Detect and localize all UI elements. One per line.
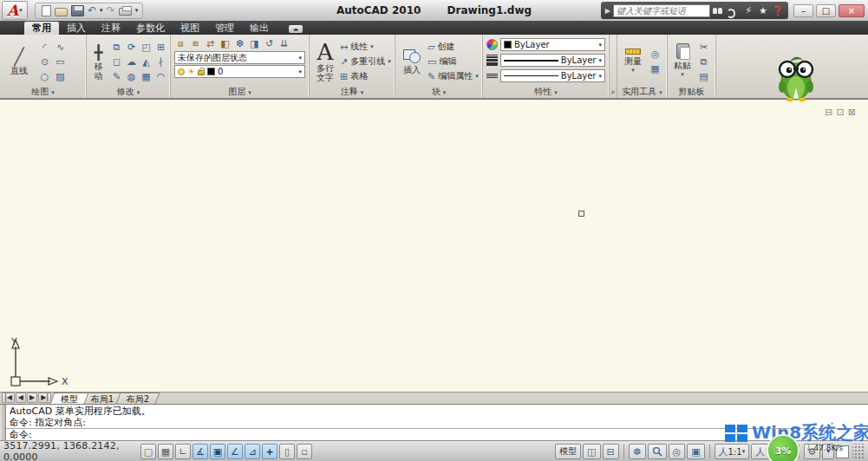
panel-label-block[interactable]: 块 ▾ — [395, 87, 482, 98]
trim-button[interactable]: ∤ — [153, 55, 168, 68]
layer-dropdown[interactable]: ☀ 0 ▾ — [174, 65, 305, 78]
help-icon[interactable]: ❓ — [772, 5, 784, 16]
tab-parametric[interactable]: 参数化 — [128, 22, 173, 35]
lineweight-dropdown[interactable]: ByLayer ▾ — [500, 54, 605, 67]
lineweight-toggle[interactable]: ▯ — [279, 444, 295, 459]
panel-label-properties[interactable]: 特性 ▾ — [483, 87, 609, 98]
layer-isolate-button[interactable]: ◧ — [219, 36, 232, 50]
redo-button[interactable]: ↷ — [107, 5, 115, 16]
favorites-star-icon[interactable]: ★ — [757, 5, 769, 16]
layer-freeze-button[interactable]: ❆ — [233, 36, 246, 50]
scale-button[interactable]: ◻ — [109, 55, 124, 68]
otrack-toggle[interactable]: ∠ — [227, 444, 243, 459]
layer-properties-button[interactable]: ⧈ — [174, 36, 187, 50]
osnap-toggle[interactable]: ▣ — [210, 444, 225, 459]
next-layout-icon[interactable]: ▶ — [27, 393, 37, 403]
quick-select-button[interactable]: ◎ — [648, 48, 662, 62]
move-button[interactable]: ╋ 移动 — [89, 36, 108, 87]
linear-dimension-button[interactable]: ↔ 线性 ▾ — [340, 40, 391, 55]
color-wheel-icon[interactable] — [486, 39, 498, 50]
layer-state-dropdown[interactable]: 未保存的图层状态 ▾ — [174, 51, 305, 64]
pan-button[interactable]: ☸ — [629, 444, 646, 459]
arc-button[interactable]: ◜ — [37, 40, 52, 54]
quick-calc-button[interactable]: ▦ — [648, 62, 662, 76]
quick-view-layouts-button[interactable]: ◫ — [583, 444, 600, 459]
layer-lock-button[interactable]: ⇊ — [277, 36, 290, 50]
tab-view[interactable]: 视图 — [173, 22, 207, 35]
search-input[interactable] — [613, 4, 710, 17]
maximize-button[interactable]: □ — [816, 4, 836, 17]
plot-button[interactable] — [119, 8, 132, 16]
tab-annotate[interactable]: 注释 — [94, 22, 128, 35]
annotation-scale-button[interactable]: 人 1:1 ▾ — [715, 444, 750, 459]
line-button[interactable]: ╱ 直线 — [3, 36, 36, 87]
paste-special-button[interactable]: ▤ — [696, 69, 711, 83]
tab-layout2[interactable]: 布局2 — [116, 393, 160, 404]
cut-button[interactable]: ✂ — [696, 40, 711, 54]
drawing-restore-icon[interactable]: ⊡ — [837, 107, 845, 118]
first-layout-icon[interactable]: |◀ — [2, 393, 15, 403]
dynamic-input-toggle[interactable]: + — [262, 444, 277, 459]
fillet-button[interactable]: ◠ — [153, 69, 168, 83]
panel-label-annotation[interactable]: 注释 ▾ — [310, 87, 395, 98]
prev-layout-icon[interactable]: ◀ — [16, 393, 26, 403]
panel-overflow-icon[interactable]: » — [610, 35, 617, 98]
close-button[interactable]: × — [839, 4, 865, 17]
search-icon[interactable] — [713, 8, 725, 14]
erase-button[interactable]: ✎ — [109, 69, 124, 83]
tab-manage[interactable]: 管理 — [207, 22, 242, 35]
zoom-button[interactable] — [648, 444, 667, 459]
layer-off-button[interactable]: ◨ — [248, 36, 261, 50]
linetype-icon[interactable] — [486, 74, 498, 78]
minimize-ribbon-button[interactable]: ▬ — [289, 25, 303, 33]
open-button[interactable] — [55, 8, 68, 16]
new-drawing-button[interactable] — [42, 5, 51, 16]
lineweight-icon[interactable] — [486, 55, 498, 66]
paste-button[interactable]: 粘贴 ▾ — [670, 36, 695, 87]
ducs-toggle[interactable]: ⊿ — [245, 444, 260, 459]
tab-insert[interactable]: 插入 — [59, 22, 94, 35]
last-layout-icon[interactable]: ▶| — [38, 393, 51, 403]
stretch-button[interactable]: ◰ — [139, 40, 153, 54]
measure-button[interactable]: 测量 ▾ — [620, 36, 646, 87]
linetype-dropdown[interactable]: ByLayer ▾ — [500, 69, 605, 82]
tab-model[interactable]: 模型 — [50, 393, 89, 404]
revcloud-button[interactable]: ☁ — [124, 55, 139, 68]
multileader-button[interactable]: ↗ 多重引线 ▾ — [340, 55, 391, 69]
polar-toggle[interactable]: ∡ — [193, 444, 208, 459]
minimize-button[interactable]: – — [793, 4, 813, 17]
divide-button[interactable]: ▦ — [139, 69, 153, 83]
array-button[interactable]: ⊞ — [153, 40, 168, 54]
infocenter-collapse-icon[interactable]: ▶ — [605, 7, 610, 15]
object-color-dropdown[interactable]: ByLayer ▾ — [500, 38, 605, 51]
create-block-button[interactable]: ▱ 创建 — [427, 40, 479, 55]
panel-label-utilities[interactable]: 实用工具 ▾ — [617, 87, 667, 98]
ortho-toggle[interactable]: ∟ — [175, 444, 191, 459]
insert-block-button[interactable]: 插入 — [398, 36, 426, 87]
explode-button[interactable]: ◍ — [124, 69, 139, 83]
save-button[interactable] — [71, 5, 84, 16]
copy-clip-button[interactable]: ⧉ — [696, 55, 711, 68]
drawing-minimize-icon[interactable]: ⊟ — [825, 107, 832, 118]
rotate-button[interactable]: ⟳ — [124, 40, 139, 54]
copy-button[interactable]: ⧉ — [109, 40, 124, 54]
panel-label-draw[interactable]: 绘图 ▾ — [0, 87, 86, 98]
polyline-button[interactable]: ∿ — [53, 40, 68, 54]
showmotion-button[interactable]: ▣ — [687, 444, 704, 459]
mtext-button[interactable]: A 多行 文字 — [312, 36, 338, 87]
tab-home[interactable]: 常用 — [24, 22, 59, 35]
ellipse-button[interactable]: ○ — [37, 69, 52, 83]
mirror-button[interactable]: ◭ — [139, 55, 153, 68]
circle-button[interactable]: ⊙ — [37, 55, 52, 68]
panel-label-modify[interactable]: 修改 ▾ — [87, 87, 170, 98]
model-space-button[interactable]: 模型 — [555, 444, 581, 459]
edit-attributes-button[interactable]: ✎ 编辑属性 ▾ — [427, 69, 479, 84]
drawing-close-icon[interactable]: ⊠ — [848, 107, 856, 118]
qat-customize-icon[interactable]: ▾ — [135, 7, 139, 14]
table-button[interactable]: ⊞ 表格 — [340, 69, 391, 84]
application-menu-button[interactable]: A ▾ — [2, 1, 28, 20]
hatch-button[interactable]: ▨ — [53, 69, 68, 83]
undo-button[interactable]: ↶ — [88, 5, 96, 16]
resize-grip[interactable] — [852, 444, 865, 459]
rectangle-button[interactable]: ▭ — [53, 55, 68, 68]
